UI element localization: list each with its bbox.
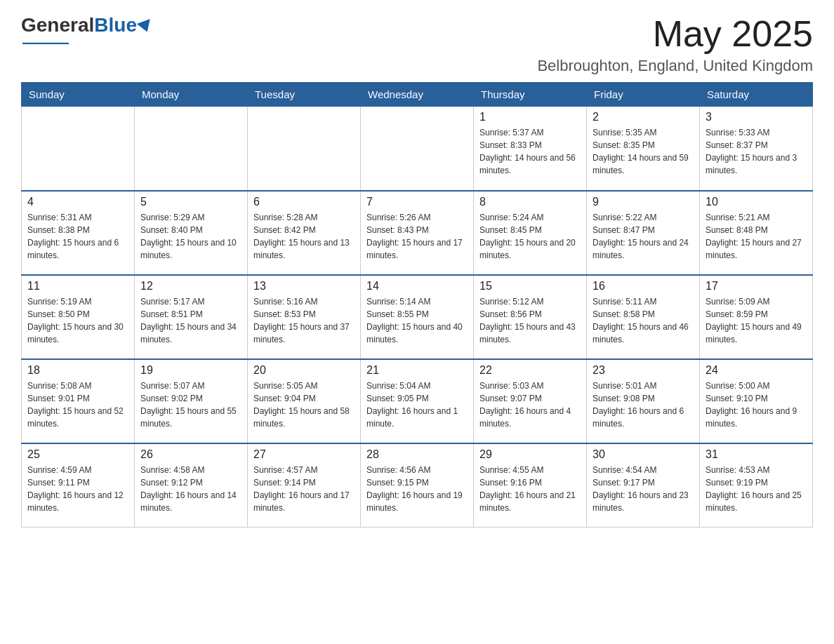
day-info: Sunrise: 5:05 AMSunset: 9:04 PMDaylight:… — [253, 380, 355, 430]
calendar-day-cell: 28Sunrise: 4:56 AMSunset: 9:15 PMDayligh… — [361, 443, 474, 528]
calendar-day-cell: 15Sunrise: 5:12 AMSunset: 8:56 PMDayligh… — [474, 275, 587, 359]
day-info: Sunrise: 5:37 AMSunset: 8:33 PMDaylight:… — [479, 126, 581, 177]
day-number: 2 — [593, 111, 694, 123]
day-number: 22 — [479, 364, 581, 377]
day-number: 30 — [593, 448, 694, 461]
weekday-header-saturday: Saturday — [700, 83, 813, 107]
day-info: Sunrise: 4:59 AMSunset: 9:11 PMDaylight:… — [27, 464, 128, 514]
day-info: Sunrise: 5:12 AMSunset: 8:56 PMDaylight:… — [479, 295, 581, 346]
calendar-day-cell: 14Sunrise: 5:14 AMSunset: 8:55 PMDayligh… — [361, 275, 474, 359]
title-area: May 2025 Belbroughton, England, United K… — [537, 14, 813, 75]
weekday-header-monday: Monday — [135, 83, 248, 107]
calendar-day-cell — [248, 107, 361, 191]
day-info: Sunrise: 4:53 AMSunset: 9:19 PMDaylight:… — [706, 464, 807, 514]
calendar-day-cell: 5Sunrise: 5:29 AMSunset: 8:40 PMDaylight… — [135, 191, 248, 275]
day-number: 20 — [253, 364, 355, 377]
day-number: 4 — [27, 196, 128, 208]
day-number: 3 — [706, 111, 807, 123]
weekday-header-friday: Friday — [587, 83, 700, 107]
calendar-day-cell: 31Sunrise: 4:53 AMSunset: 9:19 PMDayligh… — [700, 443, 813, 528]
weekday-header-sunday: Sunday — [22, 83, 135, 107]
day-info: Sunrise: 5:14 AMSunset: 8:55 PMDaylight:… — [366, 295, 468, 346]
day-info: Sunrise: 4:56 AMSunset: 9:15 PMDaylight:… — [366, 464, 468, 514]
calendar-day-cell: 17Sunrise: 5:09 AMSunset: 8:59 PMDayligh… — [700, 275, 813, 359]
calendar-week-row: 1Sunrise: 5:37 AMSunset: 8:33 PMDaylight… — [22, 107, 813, 191]
calendar-day-cell: 24Sunrise: 5:00 AMSunset: 9:10 PMDayligh… — [700, 359, 813, 443]
day-info: Sunrise: 5:07 AMSunset: 9:02 PMDaylight:… — [140, 380, 241, 430]
calendar-day-cell: 4Sunrise: 5:31 AMSunset: 8:38 PMDaylight… — [22, 191, 135, 275]
calendar-week-row: 11Sunrise: 5:19 AMSunset: 8:50 PMDayligh… — [22, 275, 813, 359]
calendar-day-cell: 19Sunrise: 5:07 AMSunset: 9:02 PMDayligh… — [135, 359, 248, 443]
day-number: 26 — [140, 448, 241, 461]
calendar-week-row: 4Sunrise: 5:31 AMSunset: 8:38 PMDaylight… — [22, 191, 813, 275]
day-number: 12 — [140, 280, 241, 293]
calendar-day-cell: 3Sunrise: 5:33 AMSunset: 8:37 PMDaylight… — [700, 107, 813, 191]
calendar-day-cell — [361, 107, 474, 191]
day-info: Sunrise: 5:33 AMSunset: 8:37 PMDaylight:… — [706, 126, 807, 177]
day-info: Sunrise: 5:16 AMSunset: 8:53 PMDaylight:… — [253, 295, 355, 346]
header: GeneralBlue ——— May 2025 Belbroughton, E… — [21, 14, 813, 75]
day-info: Sunrise: 5:31 AMSunset: 8:38 PMDaylight:… — [27, 211, 128, 262]
day-info: Sunrise: 4:55 AMSunset: 9:16 PMDaylight:… — [479, 464, 581, 514]
day-info: Sunrise: 5:17 AMSunset: 8:51 PMDaylight:… — [140, 295, 241, 346]
weekday-header-thursday: Thursday — [474, 83, 587, 107]
calendar-day-cell: 9Sunrise: 5:22 AMSunset: 8:47 PMDaylight… — [587, 191, 700, 275]
day-number: 6 — [253, 196, 355, 208]
day-number: 8 — [479, 196, 581, 208]
day-number: 28 — [366, 448, 468, 461]
day-info: Sunrise: 5:03 AMSunset: 9:07 PMDaylight:… — [479, 380, 581, 430]
day-number: 5 — [140, 196, 241, 208]
day-info: Sunrise: 5:08 AMSunset: 9:01 PMDaylight:… — [27, 380, 128, 430]
calendar-day-cell: 20Sunrise: 5:05 AMSunset: 9:04 PMDayligh… — [248, 359, 361, 443]
calendar-day-cell: 1Sunrise: 5:37 AMSunset: 8:33 PMDaylight… — [474, 107, 587, 191]
day-info: Sunrise: 5:00 AMSunset: 9:10 PMDaylight:… — [706, 380, 807, 430]
day-number: 15 — [479, 280, 581, 293]
calendar-day-cell: 6Sunrise: 5:28 AMSunset: 8:42 PMDaylight… — [248, 191, 361, 275]
day-number: 9 — [593, 196, 694, 208]
calendar-day-cell — [135, 107, 248, 191]
calendar-day-cell: 29Sunrise: 4:55 AMSunset: 9:16 PMDayligh… — [474, 443, 587, 528]
day-number: 27 — [253, 448, 355, 461]
weekday-header-wednesday: Wednesday — [361, 83, 474, 107]
day-number: 11 — [27, 280, 128, 293]
month-title: May 2025 — [537, 14, 813, 54]
day-number: 21 — [366, 364, 468, 377]
day-number: 29 — [479, 448, 581, 461]
calendar-day-cell: 7Sunrise: 5:26 AMSunset: 8:43 PMDaylight… — [361, 191, 474, 275]
day-info: Sunrise: 4:58 AMSunset: 9:12 PMDaylight:… — [140, 464, 241, 514]
day-info: Sunrise: 5:04 AMSunset: 9:05 PMDaylight:… — [366, 380, 468, 430]
calendar-day-cell: 26Sunrise: 4:58 AMSunset: 9:12 PMDayligh… — [135, 443, 248, 528]
logo-blue-text: Blue — [94, 14, 137, 36]
calendar-day-cell: 18Sunrise: 5:08 AMSunset: 9:01 PMDayligh… — [22, 359, 135, 443]
day-number: 31 — [706, 448, 807, 461]
calendar-week-row: 25Sunrise: 4:59 AMSunset: 9:11 PMDayligh… — [22, 443, 813, 528]
calendar-day-cell: 12Sunrise: 5:17 AMSunset: 8:51 PMDayligh… — [135, 275, 248, 359]
calendar-day-cell: 21Sunrise: 5:04 AMSunset: 9:05 PMDayligh… — [361, 359, 474, 443]
day-number: 1 — [479, 111, 581, 123]
location-title: Belbroughton, England, United Kingdom — [537, 57, 813, 75]
calendar-day-cell: 22Sunrise: 5:03 AMSunset: 9:07 PMDayligh… — [474, 359, 587, 443]
day-info: Sunrise: 4:57 AMSunset: 9:14 PMDaylight:… — [253, 464, 355, 514]
day-number: 7 — [366, 196, 468, 208]
calendar-day-cell: 10Sunrise: 5:21 AMSunset: 8:48 PMDayligh… — [700, 191, 813, 275]
calendar-day-cell: 2Sunrise: 5:35 AMSunset: 8:35 PMDaylight… — [587, 107, 700, 191]
calendar-day-cell: 8Sunrise: 5:24 AMSunset: 8:45 PMDaylight… — [474, 191, 587, 275]
logo-underline: ——— — [22, 34, 69, 52]
calendar-table: SundayMondayTuesdayWednesdayThursdayFrid… — [21, 82, 813, 528]
weekday-header-tuesday: Tuesday — [248, 83, 361, 107]
weekday-header-row: SundayMondayTuesdayWednesdayThursdayFrid… — [22, 83, 813, 107]
day-info: Sunrise: 5:28 AMSunset: 8:42 PMDaylight:… — [253, 211, 355, 262]
calendar-day-cell: 23Sunrise: 5:01 AMSunset: 9:08 PMDayligh… — [587, 359, 700, 443]
day-number: 13 — [253, 280, 355, 293]
calendar-day-cell — [22, 107, 135, 191]
day-number: 23 — [593, 364, 694, 377]
logo-triangle-icon — [137, 19, 154, 34]
calendar-day-cell: 30Sunrise: 4:54 AMSunset: 9:17 PMDayligh… — [587, 443, 700, 528]
day-number: 19 — [140, 364, 241, 377]
day-info: Sunrise: 5:19 AMSunset: 8:50 PMDaylight:… — [27, 295, 128, 346]
day-info: Sunrise: 5:26 AMSunset: 8:43 PMDaylight:… — [366, 211, 468, 262]
day-number: 16 — [593, 280, 694, 293]
day-number: 18 — [27, 364, 128, 377]
day-info: Sunrise: 5:11 AMSunset: 8:58 PMDaylight:… — [593, 295, 694, 346]
logo: GeneralBlue ——— — [21, 14, 152, 52]
